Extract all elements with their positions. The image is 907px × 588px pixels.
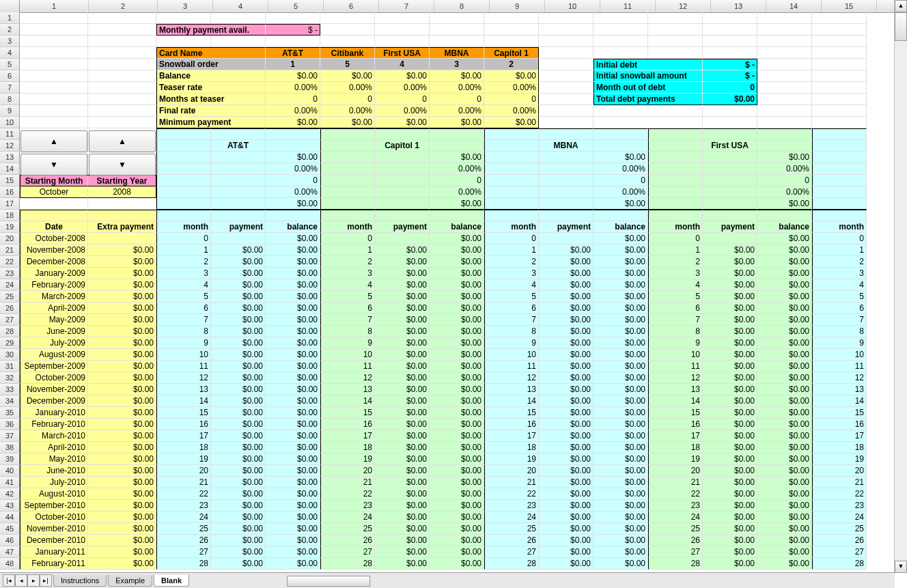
- row-header[interactable]: 46: [0, 535, 20, 546]
- card-block-value[interactable]: $0.00: [430, 198, 484, 210]
- payment-cell[interactable]: [211, 233, 266, 244]
- cell[interactable]: [156, 128, 211, 140]
- month-cell[interactable]: 23: [484, 500, 539, 512]
- extra-payment-cell[interactable]: $0.00: [88, 268, 156, 279]
- cell[interactable]: [539, 82, 594, 94]
- balance-cell[interactable]: $0.00: [430, 500, 484, 512]
- month-cell[interactable]: 11: [648, 361, 703, 372]
- cell[interactable]: [375, 128, 430, 140]
- month-cell[interactable]: 18: [156, 442, 211, 453]
- cell[interactable]: [484, 24, 539, 36]
- month-cell[interactable]: 25: [812, 523, 867, 535]
- cell[interactable]: [539, 186, 594, 198]
- balance-cell[interactable]: $0.00: [430, 349, 484, 361]
- cell[interactable]: [266, 140, 320, 152]
- balance-cell[interactable]: $0.00: [266, 488, 320, 500]
- cell[interactable]: [594, 117, 703, 128]
- row-header[interactable]: 45: [0, 523, 20, 535]
- cell[interactable]: [320, 175, 375, 186]
- payment-cell[interactable]: $0.00: [703, 314, 757, 326]
- payment-cell[interactable]: $0.00: [539, 337, 594, 349]
- row-header[interactable]: 5: [0, 59, 20, 70]
- cell[interactable]: [20, 198, 88, 210]
- tab-prev-button[interactable]: ◂: [15, 574, 27, 587]
- month-cell[interactable]: 25: [648, 523, 703, 535]
- month-cell[interactable]: 26: [156, 535, 211, 546]
- month-cell[interactable]: 16: [812, 419, 867, 430]
- cell[interactable]: [320, 140, 375, 152]
- balance-cell[interactable]: $0.00: [266, 361, 320, 372]
- column-header[interactable]: 5: [268, 0, 324, 12]
- balance-cell[interactable]: $0.00: [594, 361, 648, 372]
- row-header[interactable]: 2: [0, 24, 20, 36]
- balance-cell[interactable]: $0.00: [757, 500, 812, 512]
- date-cell[interactable]: December-2010: [20, 535, 88, 546]
- month-cell[interactable]: 27: [156, 546, 211, 558]
- extra-payment-cell[interactable]: $0.00: [88, 465, 156, 477]
- month-cell[interactable]: 13: [156, 384, 211, 395]
- date-cell[interactable]: October-2009: [20, 372, 88, 384]
- payment-cell[interactable]: $0.00: [211, 453, 266, 465]
- month-cell[interactable]: 4: [156, 279, 211, 291]
- cell[interactable]: [320, 24, 375, 36]
- payment-cell[interactable]: $0.00: [375, 419, 430, 430]
- balance-cell[interactable]: $0.00: [757, 453, 812, 465]
- starting-year-value[interactable]: 2008: [88, 186, 156, 198]
- cell[interactable]: [88, 36, 156, 47]
- month-cell[interactable]: 28: [320, 558, 375, 570]
- summary-value[interactable]: 0: [703, 82, 757, 94]
- row-header[interactable]: 29: [0, 337, 20, 349]
- scroll-up-button[interactable]: ▲: [895, 0, 907, 12]
- cell[interactable]: [812, 210, 867, 221]
- payment-cell[interactable]: $0.00: [211, 477, 266, 488]
- balance-cell[interactable]: $0.00: [757, 349, 812, 361]
- spin-up-button[interactable]: ▲: [20, 130, 87, 152]
- balance-cell[interactable]: $0.00: [430, 326, 484, 337]
- payment-cell[interactable]: $0.00: [539, 349, 594, 361]
- cell[interactable]: [648, 163, 703, 175]
- header-row-value[interactable]: $0.00: [266, 117, 320, 128]
- month-cell[interactable]: 28: [156, 558, 211, 570]
- month-cell[interactable]: 7: [156, 314, 211, 326]
- payment-cell[interactable]: $0.00: [211, 419, 266, 430]
- cell[interactable]: [211, 163, 266, 175]
- cell[interactable]: [812, 128, 867, 140]
- cell[interactable]: [375, 186, 430, 198]
- balance-cell[interactable]: $0.00: [757, 303, 812, 314]
- balance-cell[interactable]: $0.00: [430, 303, 484, 314]
- month-cell[interactable]: 17: [484, 430, 539, 442]
- payment-cell[interactable]: $0.00: [375, 268, 430, 279]
- balance-cell[interactable]: $0.00: [594, 477, 648, 488]
- cell[interactable]: [320, 210, 375, 221]
- balance-cell[interactable]: $0.00: [594, 303, 648, 314]
- month-cell[interactable]: 16: [156, 419, 211, 430]
- payment-cell[interactable]: $0.00: [375, 244, 430, 256]
- card-block-value[interactable]: 0: [757, 175, 812, 186]
- cell[interactable]: [156, 140, 211, 152]
- extra-payment-cell[interactable]: $0.00: [88, 303, 156, 314]
- payment-cell[interactable]: $0.00: [703, 488, 757, 500]
- cell[interactable]: [648, 175, 703, 186]
- balance-cell[interactable]: $0.00: [757, 244, 812, 256]
- month-cell[interactable]: 2: [648, 256, 703, 268]
- date-cell[interactable]: April-2010: [20, 442, 88, 453]
- month-cell[interactable]: 26: [320, 535, 375, 546]
- row-header[interactable]: 18: [0, 210, 20, 221]
- date-cell[interactable]: November-2010: [20, 523, 88, 535]
- cell[interactable]: [539, 59, 594, 70]
- extra-payment-cell[interactable]: $0.00: [88, 395, 156, 407]
- row-header[interactable]: 16: [0, 186, 20, 198]
- cell[interactable]: [539, 70, 594, 82]
- cell[interactable]: [812, 82, 867, 94]
- header-row-value[interactable]: $0.00: [320, 70, 375, 82]
- cell[interactable]: [375, 210, 430, 221]
- month-cell[interactable]: 5: [648, 291, 703, 303]
- extra-payment-cell[interactable]: $0.00: [88, 384, 156, 395]
- payment-cell[interactable]: $0.00: [211, 512, 266, 523]
- payment-cell[interactable]: $0.00: [211, 546, 266, 558]
- month-cell[interactable]: 3: [320, 268, 375, 279]
- month-cell[interactable]: 15: [156, 407, 211, 419]
- payment-cell[interactable]: $0.00: [375, 535, 430, 546]
- payment-cell[interactable]: $0.00: [375, 442, 430, 453]
- cell[interactable]: [266, 36, 320, 47]
